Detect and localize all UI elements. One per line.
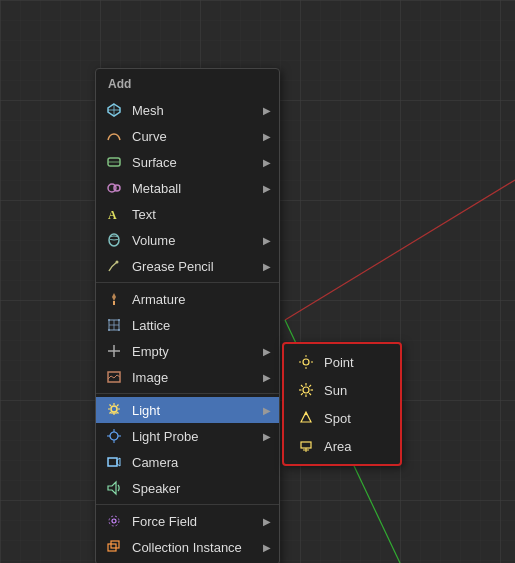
- svg-point-14: [116, 261, 119, 264]
- light-probe-icon: [104, 426, 124, 446]
- text-icon: A: [104, 204, 124, 224]
- volume-label: Volume: [132, 233, 263, 248]
- collection-instance-arrow: ▶: [263, 542, 271, 553]
- curve-icon: [104, 126, 124, 146]
- submenu-item-point[interactable]: Point: [284, 348, 400, 376]
- surface-icon: [104, 152, 124, 172]
- submenu-item-area[interactable]: Area: [284, 432, 400, 460]
- svg-line-35: [117, 405, 119, 407]
- svg-marker-44: [108, 482, 116, 494]
- camera-icon: [104, 452, 124, 472]
- svg-line-60: [309, 393, 311, 395]
- svg-marker-15: [112, 293, 116, 301]
- menu-item-text[interactable]: A Text: [96, 201, 279, 227]
- grease-pencil-label: Grease Pencil: [132, 259, 263, 274]
- mesh-icon: [104, 100, 124, 120]
- svg-point-37: [110, 432, 118, 440]
- menu-item-grease-pencil[interactable]: Grease Pencil ▶: [96, 253, 279, 279]
- svg-rect-42: [108, 458, 117, 466]
- menu-item-speaker[interactable]: Speaker: [96, 475, 279, 501]
- menu-item-light-probe[interactable]: Light Probe ▶: [96, 423, 279, 449]
- svg-text:A: A: [108, 208, 117, 222]
- svg-rect-65: [301, 442, 311, 448]
- menu-item-mesh[interactable]: Mesh ▶: [96, 97, 279, 123]
- spot-label: Spot: [324, 411, 388, 426]
- image-icon: [104, 367, 124, 387]
- menu-item-camera[interactable]: Camera: [96, 449, 279, 475]
- camera-label: Camera: [132, 455, 271, 470]
- svg-line-33: [117, 412, 119, 414]
- collection-instance-icon: [104, 537, 124, 557]
- force-field-label: Force Field: [132, 514, 263, 529]
- volume-arrow: ▶: [263, 235, 271, 246]
- svg-line-62: [301, 393, 303, 395]
- menu-header: Add: [96, 73, 279, 97]
- svg-rect-36: [111, 412, 117, 414]
- light-probe-arrow: ▶: [263, 431, 271, 442]
- svg-point-46: [109, 516, 119, 526]
- menu-item-empty[interactable]: Empty ▶: [96, 338, 279, 364]
- svg-line-32: [110, 405, 112, 407]
- sun-light-icon: [296, 380, 316, 400]
- speaker-label: Speaker: [132, 481, 271, 496]
- grease-pencil-icon: [104, 256, 124, 276]
- svg-point-54: [303, 387, 309, 393]
- area-light-icon: [296, 436, 316, 456]
- volume-icon: [104, 230, 124, 250]
- svg-marker-43: [117, 458, 120, 466]
- svg-line-34: [110, 412, 112, 414]
- mesh-arrow: ▶: [263, 105, 271, 116]
- menu-item-light[interactable]: Light ▶: [96, 397, 279, 423]
- spot-light-icon: [296, 408, 316, 428]
- menu-item-volume[interactable]: Volume ▶: [96, 227, 279, 253]
- svg-point-64: [305, 413, 307, 415]
- menu-item-image[interactable]: Image ▶: [96, 364, 279, 390]
- svg-point-27: [111, 406, 117, 412]
- empty-label: Empty: [132, 344, 263, 359]
- light-icon: [104, 400, 124, 420]
- light-arrow: ▶: [263, 405, 271, 416]
- menu-item-metaball[interactable]: Metaball ▶: [96, 175, 279, 201]
- metaball-label: Metaball: [132, 181, 263, 196]
- svg-point-13: [109, 236, 119, 240]
- submenu-item-sun[interactable]: Sun: [284, 376, 400, 404]
- metaball-arrow: ▶: [263, 183, 271, 194]
- separator-3: [96, 504, 279, 505]
- svg-point-45: [112, 519, 116, 523]
- menu-item-collection-instance[interactable]: Collection Instance ▶: [96, 534, 279, 560]
- menu-item-surface[interactable]: Surface ▶: [96, 149, 279, 175]
- metaball-icon: [104, 178, 124, 198]
- surface-arrow: ▶: [263, 157, 271, 168]
- svg-point-23: [118, 329, 120, 331]
- armature-label: Armature: [132, 292, 271, 307]
- light-label: Light: [132, 403, 263, 418]
- text-label: Text: [132, 207, 271, 222]
- force-field-arrow: ▶: [263, 516, 271, 527]
- lattice-icon: [104, 315, 124, 335]
- menu-item-armature[interactable]: Armature: [96, 286, 279, 312]
- image-label: Image: [132, 370, 263, 385]
- point-light-icon: [296, 352, 316, 372]
- empty-icon: [104, 341, 124, 361]
- surface-label: Surface: [132, 155, 263, 170]
- svg-point-49: [303, 359, 309, 365]
- point-label: Point: [324, 355, 388, 370]
- svg-point-21: [118, 319, 120, 321]
- svg-point-22: [108, 329, 110, 331]
- force-field-icon: [104, 511, 124, 531]
- armature-icon: [104, 289, 124, 309]
- separator-1: [96, 282, 279, 283]
- svg-line-59: [301, 385, 303, 387]
- image-arrow: ▶: [263, 372, 271, 383]
- submenu-item-spot[interactable]: Spot: [284, 404, 400, 432]
- light-submenu: Point Sun: [282, 342, 402, 466]
- sun-label: Sun: [324, 383, 388, 398]
- lattice-label: Lattice: [132, 318, 271, 333]
- svg-point-20: [108, 319, 110, 321]
- menu-item-lattice[interactable]: Lattice: [96, 312, 279, 338]
- collection-instance-label: Collection Instance: [132, 540, 263, 555]
- grease-pencil-arrow: ▶: [263, 261, 271, 272]
- menu-item-force-field[interactable]: Force Field ▶: [96, 508, 279, 534]
- empty-arrow: ▶: [263, 346, 271, 357]
- menu-item-curve[interactable]: Curve ▶: [96, 123, 279, 149]
